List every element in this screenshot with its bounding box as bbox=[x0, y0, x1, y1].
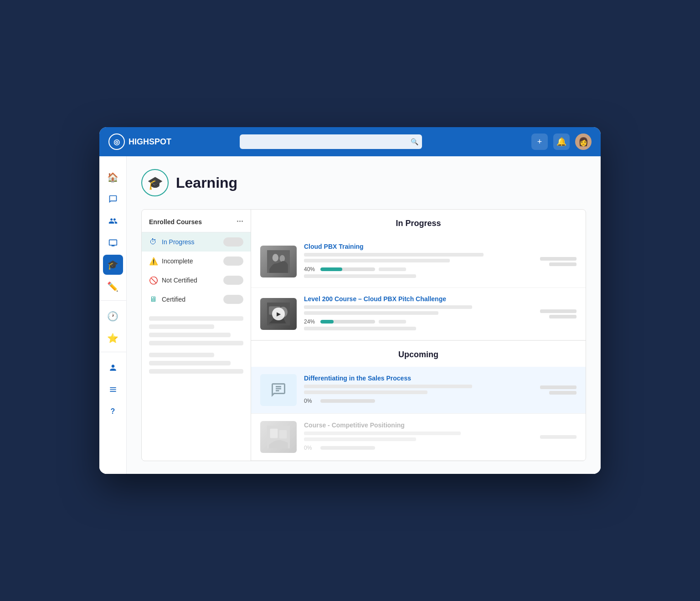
skeleton-1 bbox=[149, 316, 243, 321]
avatar[interactable]: 👩 bbox=[575, 134, 592, 150]
progress-bar-bg-4 bbox=[320, 446, 375, 450]
course-desc-4b bbox=[304, 437, 416, 441]
skeleton-5 bbox=[149, 353, 214, 357]
header-actions: + 🔔 👩 bbox=[531, 134, 592, 150]
course-desc-3a bbox=[304, 385, 472, 388]
left-panel-header: Enrolled Courses ··· bbox=[142, 210, 251, 232]
sidebar-item-conversations[interactable] bbox=[103, 189, 123, 209]
not-certified-badge bbox=[223, 276, 243, 285]
progress-row-2: 24% bbox=[304, 318, 528, 325]
progress-pct-1: 40% bbox=[304, 266, 317, 272]
course-card-sales-process: Differentiating in the Sales Process 0% bbox=[251, 367, 586, 414]
svg-rect-7 bbox=[270, 429, 278, 438]
meta-2a bbox=[540, 309, 576, 313]
course-desc-2b bbox=[304, 311, 438, 315]
logo: ◎ HIGHSPOT bbox=[108, 134, 181, 150]
course-meta-2 bbox=[535, 309, 576, 318]
skeleton-3 bbox=[149, 333, 231, 337]
course-thumb-img-4 bbox=[260, 421, 297, 453]
course-card-competitive: Course - Competitive Positioning 0% bbox=[251, 414, 586, 461]
search-icon[interactable]: 🔍 bbox=[411, 138, 418, 145]
in-progress-badge bbox=[223, 237, 243, 247]
progress-pct-2: 24% bbox=[304, 318, 317, 325]
logo-text: HIGHSPOT bbox=[129, 137, 171, 147]
course-meta-4 bbox=[535, 435, 576, 439]
svg-point-2 bbox=[280, 255, 285, 262]
main-content: 🎓 Learning Enrolled Courses ··· ⏱ In Pro… bbox=[127, 156, 601, 474]
nav-item-incomplete[interactable]: ⚠️ Incomplete bbox=[142, 252, 251, 271]
progress-bar-bg-1 bbox=[320, 267, 375, 271]
upcoming-section: Upcoming bbox=[251, 340, 586, 461]
course-name-4[interactable]: Course - Competitive Positioning bbox=[304, 421, 528, 429]
in-progress-section-title: In Progress bbox=[251, 210, 586, 236]
svg-point-1 bbox=[273, 254, 278, 262]
certified-icon: 🖥 bbox=[149, 295, 157, 303]
sidebar-bottom-group: ? bbox=[99, 354, 126, 425]
course-thumb-3 bbox=[260, 374, 297, 406]
meta-1a bbox=[540, 257, 576, 261]
nav-item-in-progress[interactable]: ⏱ In Progress bbox=[142, 232, 251, 252]
sidebar-item-people[interactable] bbox=[103, 211, 123, 231]
sidebar-item-admin[interactable] bbox=[103, 380, 123, 400]
sidebar-top-group: 🏠 🎓 ✏️ bbox=[99, 164, 126, 301]
course-name-1[interactable]: Cloud PBX Training bbox=[304, 243, 528, 250]
learning-page-icon: 🎓 bbox=[141, 169, 169, 196]
sidebar-item-history[interactable]: 🕐 bbox=[103, 306, 123, 326]
course-meta-1 bbox=[535, 257, 576, 266]
skeleton-7 bbox=[149, 369, 243, 374]
progress-extra-1 bbox=[379, 267, 406, 271]
progress-pct-3: 0% bbox=[304, 398, 317, 404]
logo-icon: ◎ bbox=[108, 134, 125, 150]
progress-bar-fill-2 bbox=[320, 320, 334, 324]
search-input[interactable] bbox=[240, 134, 422, 149]
search-bar: 🔍 bbox=[240, 134, 422, 149]
nav-item-certified[interactable]: 🖥 Certified bbox=[142, 290, 251, 309]
progress-extra-2 bbox=[379, 320, 406, 324]
course-info-4: Course - Competitive Positioning 0% bbox=[304, 421, 528, 453]
course-card-level200: ▶ Level 200 Course – Cloud PBX Pitch Cha… bbox=[251, 288, 586, 340]
browser-window: ◎ HIGHSPOT 🔍 + 🔔 👩 🏠 bbox=[99, 127, 601, 474]
not-certified-icon: 🚫 bbox=[149, 276, 157, 285]
skeleton-2 bbox=[149, 324, 214, 329]
course-name-2[interactable]: Level 200 Course – Cloud PBX Pitch Chall… bbox=[304, 295, 528, 303]
more-options-button[interactable]: ··· bbox=[237, 217, 243, 226]
course-thumb-img-3 bbox=[260, 374, 297, 406]
incomplete-icon: ⚠️ bbox=[149, 257, 157, 266]
course-info-3: Differentiating in the Sales Process 0% bbox=[304, 375, 528, 406]
meta-3b bbox=[549, 391, 576, 395]
progress-row-3: 0% bbox=[304, 398, 528, 404]
incomplete-badge bbox=[223, 257, 243, 266]
course-desc-2c bbox=[304, 327, 416, 330]
sidebar-item-help[interactable]: ? bbox=[103, 401, 123, 421]
add-button[interactable]: + bbox=[531, 134, 548, 150]
sidebar-item-create[interactable]: ✏️ bbox=[103, 277, 123, 297]
play-button-2[interactable]: ▶ bbox=[272, 308, 285, 320]
main-layout: Enrolled Courses ··· ⏱ In Progress ⚠️ In… bbox=[141, 209, 586, 461]
certified-badge bbox=[223, 295, 243, 304]
course-thumb-1 bbox=[260, 246, 297, 277]
sidebar-item-home[interactable]: 🏠 bbox=[103, 167, 123, 187]
nav-item-not-certified[interactable]: 🚫 Not Certified bbox=[142, 271, 251, 290]
in-progress-icon: ⏱ bbox=[149, 238, 157, 246]
sidebar-item-profile[interactable] bbox=[103, 358, 123, 378]
sidebar-item-present[interactable] bbox=[103, 233, 123, 253]
nav-item-not-certified-label: Not Certified bbox=[162, 277, 197, 284]
skeleton-4 bbox=[149, 341, 243, 345]
progress-row-1: 40% bbox=[304, 266, 528, 272]
sidebar-item-learning[interactable]: 🎓 bbox=[103, 255, 123, 275]
course-desc-1c bbox=[304, 274, 416, 278]
upcoming-section-title: Upcoming bbox=[251, 341, 586, 367]
course-desc-1b bbox=[304, 259, 450, 262]
progress-pct-4: 0% bbox=[304, 445, 317, 451]
notifications-button[interactable]: 🔔 bbox=[553, 134, 570, 150]
header: ◎ HIGHSPOT 🔍 + 🔔 👩 bbox=[99, 127, 601, 156]
nav-item-certified-label: Certified bbox=[162, 296, 185, 303]
page-header: 🎓 Learning bbox=[141, 169, 586, 196]
course-info-1: Cloud PBX Training 40% bbox=[304, 243, 528, 280]
nav-item-in-progress-label: In Progress bbox=[162, 238, 195, 246]
course-info-2: Level 200 Course – Cloud PBX Pitch Chall… bbox=[304, 295, 528, 333]
course-name-3[interactable]: Differentiating in the Sales Process bbox=[304, 375, 528, 382]
course-desc-4a bbox=[304, 431, 461, 435]
sidebar-item-favorites[interactable]: ⭐ bbox=[103, 328, 123, 348]
course-card-cloud-pbx: Cloud PBX Training 40% bbox=[251, 236, 586, 288]
